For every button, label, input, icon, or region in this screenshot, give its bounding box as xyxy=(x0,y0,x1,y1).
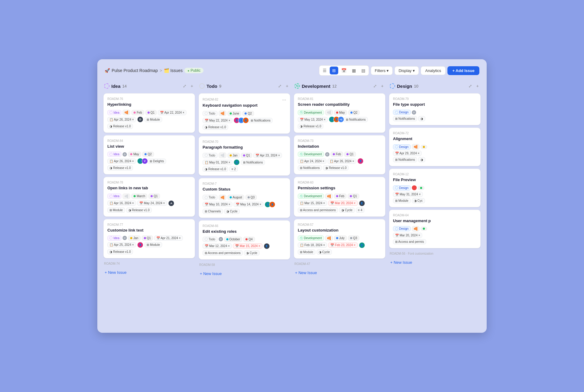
display-button[interactable]: Display ▾ xyxy=(395,66,419,75)
card-roadm-64[interactable]: ROADM-64 User management p Design xyxy=(389,210,481,248)
card-footer: ◑ Release v1.0 xyxy=(298,124,381,129)
card-footer: ◑ Release v1.0 ≡ 2 xyxy=(203,167,286,172)
idea-expand-btn[interactable]: ⤢ xyxy=(182,83,188,89)
layers-tag: ≡ 4 xyxy=(356,208,364,213)
todo-type-icon xyxy=(205,112,208,115)
design-header-right: ⤢ + xyxy=(467,83,480,89)
card-id: ROADM-81 xyxy=(298,97,381,101)
month-dot xyxy=(333,153,335,155)
card-roadm-60[interactable]: ROADM-60 Permission settings ↻Developmen… xyxy=(294,177,385,216)
quarter-tag: Q3 xyxy=(245,195,257,200)
card-roadm-81[interactable]: ROADM-81 Screen reader compatibility ↻De… xyxy=(294,93,385,133)
filters-button[interactable]: Filters ▾ xyxy=(371,66,393,75)
table-view-btn[interactable]: ▦ xyxy=(349,67,358,74)
date-tag-1: 📅 Mar 12, 2024 × xyxy=(203,243,232,249)
card-id: ROADM-60 xyxy=(298,181,381,184)
card-id: ROADM-77 xyxy=(107,223,191,226)
design-new-issue-btn[interactable]: + New Issue xyxy=(389,258,413,267)
card-title: Hyperlinking xyxy=(107,102,191,107)
card-footer: ⊞ Access and permissions ◑ Cycle ≡ 4 xyxy=(298,208,381,213)
date-tag-2: 📋 Apr 26, 2024 × xyxy=(328,159,356,164)
card-roadm-12[interactable]: ROADM-12 File Preview Design 📅 May 31, 2… xyxy=(389,169,481,207)
card-tags-row: ↻Development Feb Q1 xyxy=(298,194,381,199)
module-tag: ⊞ Notifications xyxy=(344,117,368,122)
card-roadm-77[interactable]: ROADM-77 Customize link text Idea ⊘ Jan … xyxy=(103,219,195,258)
board-view-btn[interactable]: ⊞ xyxy=(330,67,338,74)
card-roadm-84[interactable]: ROADM-84 List view Idea ⊘ May Q2 📋 Apr 2… xyxy=(103,135,195,174)
blocked-icon: ⊘ xyxy=(123,152,127,156)
dev-expand-btn[interactable]: ⤢ xyxy=(372,83,378,89)
idea-new-issue-btn[interactable]: + New Issue xyxy=(103,268,128,277)
idea-icon xyxy=(104,83,109,89)
filter-label: Filters xyxy=(375,68,385,73)
month-tag: Jan xyxy=(228,153,240,158)
assignee-avatar: 👤 xyxy=(359,200,365,206)
gantt-view-btn[interactable]: ▤ xyxy=(359,67,368,74)
issues-breadcrumb: 🗂️ Issues xyxy=(164,68,182,73)
blocked-icon: ⊘ xyxy=(325,152,329,156)
idea-add-btn[interactable]: + xyxy=(189,83,194,89)
card-roadm-72[interactable]: ROADM-72 Alignment Design xyxy=(389,128,481,166)
module-tag: ⊞ Module xyxy=(107,208,125,213)
filter-chevron: ▾ xyxy=(387,68,389,73)
card-roadm-79[interactable]: ROADM-79 File type support Design ⊘ ⊞ No… xyxy=(389,93,481,125)
date-tag-1: 📅 May 13, 2024 × xyxy=(298,117,328,122)
public-label: Public xyxy=(190,68,200,73)
column-todo-title: Todo 9 xyxy=(199,83,221,89)
date-tag-2: 📋 Apr 26, 2024 × xyxy=(107,117,136,122)
column-idea-title: Idea 14 xyxy=(104,83,127,89)
release-tag: ◑ Release v1.0 xyxy=(107,249,133,254)
card-footer-row: 📅 May 22, 2024 × 👤 👤 👤 ⊞ Notifications xyxy=(203,117,286,123)
dev-count: 12 xyxy=(332,84,336,88)
dev-type-icon: ↻ xyxy=(300,237,303,240)
priority-icon xyxy=(221,112,224,115)
type-tag: ↻Development xyxy=(298,110,324,115)
assignee-avatar: 👤 xyxy=(234,159,240,165)
date-tag-2: 📋 Apr 25, 2024 × xyxy=(107,242,136,247)
calendar-view-btn[interactable]: 📅 xyxy=(339,67,349,74)
quarter-dot xyxy=(248,196,250,198)
module-tag: ⊞ Channels xyxy=(203,209,223,214)
card-tags-row: Idea Feb Q1 📅 Apr xyxy=(107,110,191,115)
date-tag-1: 📅 May 31, 2024 × xyxy=(393,192,423,197)
card-title: Edit existing roles xyxy=(203,229,286,234)
todo-expand-btn[interactable]: ⤢ xyxy=(277,83,283,89)
card-roadm-82[interactable]: ROADM-82 ··· Keyboard navigation support… xyxy=(199,93,290,134)
month-tag: October xyxy=(224,237,242,242)
date-tag-1: 📋 Apr 26, 2024 × xyxy=(107,159,136,164)
dev-add-btn[interactable]: + xyxy=(380,83,385,89)
design-add-btn[interactable]: + xyxy=(475,83,480,89)
card-roadm-78[interactable]: ROADM-78 Open links in new tab Idea xyxy=(103,177,195,216)
priority-icon xyxy=(414,227,417,231)
type-tag: Idea xyxy=(107,194,121,199)
card-roadm-70[interactable]: ROADM-70 Paragraph formatting Todo xyxy=(199,136,290,176)
add-issue-button[interactable]: + Add Issue xyxy=(447,66,479,75)
analytics-button[interactable]: Analytics xyxy=(421,66,446,75)
module-tag: ⊞ Delights xyxy=(148,159,166,164)
dev-type-icon: ↻ xyxy=(300,195,303,198)
list-view-btn[interactable]: ☰ xyxy=(320,67,329,74)
card-tags-row: Idea ⊘ May Q2 xyxy=(107,152,191,157)
card-title: Layout customization xyxy=(298,228,381,233)
card-roadm-73[interactable]: ROADM-73 Indentation ↻Development ⊘ Feb … xyxy=(294,135,385,174)
breadcrumb: 🚀 Pulse Product Roadmap > 🗂️ Issues Publ… xyxy=(105,68,203,73)
priority-icon xyxy=(221,196,224,199)
card-roadm-57[interactable]: ROADM-57 Layout customization ↻Developme… xyxy=(294,219,385,259)
column-idea-header: Idea 14 ⤢ + xyxy=(103,82,195,90)
type-tag: Todo xyxy=(203,111,217,116)
dev-new-issue-btn[interactable]: + New Issue xyxy=(294,268,318,277)
quarter-dot xyxy=(245,112,247,115)
card-footer: ⊞ Access and permis xyxy=(393,239,477,244)
card-footer-row: 📋 Apr 16, 2024 × 📅 May 24, 2024 × A xyxy=(107,200,191,206)
design-expand-btn[interactable]: ⤢ xyxy=(467,83,473,89)
card-roadm-66[interactable]: ROADM-66 Edit existing roles Todo ⊘ Octo… xyxy=(199,220,290,260)
card-roadm-7[interactable]: ROADM-7 Custom Status Todo August xyxy=(199,178,290,218)
more-btn[interactable]: ··· xyxy=(282,97,286,103)
month-tag: May xyxy=(334,110,347,115)
card-tags-row: Design xyxy=(393,226,477,232)
todo-new-issue-btn[interactable]: + New Issue xyxy=(199,269,223,278)
month-dot xyxy=(420,187,422,189)
release-tag: ◑ xyxy=(418,116,425,121)
todo-add-btn[interactable]: + xyxy=(285,83,290,89)
card-roadm-76[interactable]: ROADM-76 Hyperlinking Idea Feb xyxy=(103,93,195,133)
